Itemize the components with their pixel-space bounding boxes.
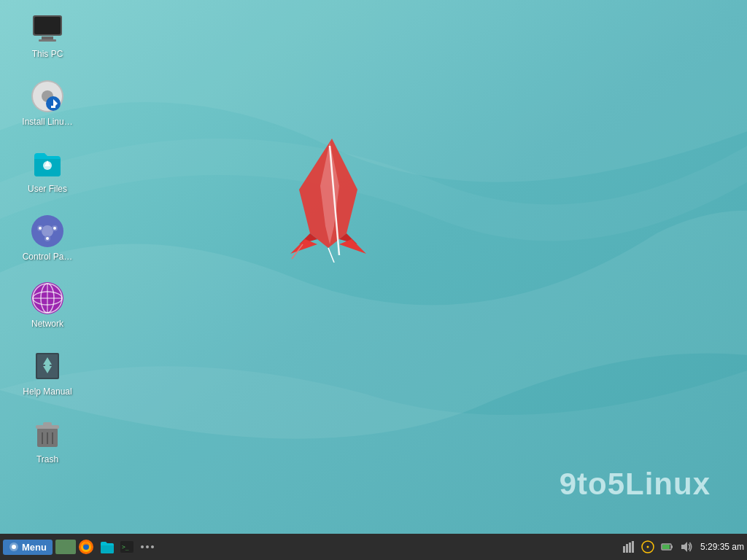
svg-rect-66 xyxy=(662,545,670,549)
svg-rect-11 xyxy=(34,17,61,34)
brand-text: 9to5Linux xyxy=(560,467,711,502)
user-files-icon-img xyxy=(30,146,65,181)
svg-rect-12 xyxy=(42,36,53,39)
trash-icon-img xyxy=(30,416,65,451)
svg-point-63 xyxy=(646,546,649,548)
control-panel-icon-img xyxy=(30,214,65,249)
user-files-label: User Files xyxy=(28,184,67,195)
taskbar-firefox-icon[interactable] xyxy=(77,538,95,556)
svg-point-56 xyxy=(146,545,149,548)
install-linux-icon-img xyxy=(30,79,65,114)
svg-text:>_: >_ xyxy=(122,544,129,551)
trash-icon[interactable]: Trash xyxy=(15,413,80,470)
menu-label: Menu xyxy=(22,542,47,553)
svg-point-57 xyxy=(151,545,154,548)
install-linux-label: Install Linu… xyxy=(22,117,72,128)
svg-point-23 xyxy=(42,225,53,237)
control-panel-label: Control Pa… xyxy=(23,252,73,263)
svg-point-28 xyxy=(53,227,56,230)
this-pc-icon[interactable]: This PC xyxy=(15,7,80,64)
svg-marker-7 xyxy=(339,239,366,254)
svg-marker-67 xyxy=(681,542,687,552)
svg-line-8 xyxy=(328,248,336,262)
svg-rect-60 xyxy=(629,542,631,553)
this-pc-label: This PC xyxy=(32,49,63,61)
taskbar-system-tray: 5:29:35 am xyxy=(622,540,744,554)
svg-rect-58 xyxy=(623,546,625,553)
taskbar: Menu >_ xyxy=(0,534,747,560)
svg-rect-65 xyxy=(671,545,673,548)
desktop-icons: This PC Install Linu… xyxy=(15,7,80,469)
control-panel-icon[interactable]: Control Pa… xyxy=(15,210,80,267)
svg-point-29 xyxy=(46,237,49,240)
this-pc-icon-img xyxy=(30,11,65,46)
svg-rect-41 xyxy=(45,363,50,368)
taskbar-active-window[interactable] xyxy=(55,540,76,554)
network-icon[interactable]: Network xyxy=(15,277,80,334)
svg-point-55 xyxy=(141,545,144,548)
taskbar-network-indicator[interactable] xyxy=(622,540,636,554)
help-manual-label: Help Manual xyxy=(23,386,71,398)
menu-icon xyxy=(9,542,19,552)
taskbar-volume-icon[interactable] xyxy=(678,540,693,554)
user-files-icon[interactable]: User Files xyxy=(15,142,80,199)
help-manual-icon-img xyxy=(30,349,65,384)
feather-logo xyxy=(277,131,379,265)
desktop: 9to5Linux This PC xyxy=(0,0,747,560)
help-manual-icon[interactable]: Help Manual xyxy=(15,345,80,402)
trash-label: Trash xyxy=(36,454,58,466)
svg-rect-19 xyxy=(51,106,55,108)
svg-rect-59 xyxy=(626,544,628,553)
taskbar-power-icon[interactable] xyxy=(659,540,674,554)
taskbar-files-icon[interactable] xyxy=(98,538,115,556)
svg-rect-13 xyxy=(39,39,56,42)
taskbar-terminal-icon[interactable]: >_ xyxy=(118,538,136,556)
install-linux-icon[interactable]: Install Linu… xyxy=(15,75,80,132)
svg-rect-44 xyxy=(43,422,52,426)
svg-marker-6 xyxy=(290,239,317,254)
svg-rect-61 xyxy=(632,541,634,553)
network-label: Network xyxy=(31,319,63,330)
taskbar-clock-icon[interactable] xyxy=(640,540,655,554)
taskbar-more-icon[interactable] xyxy=(139,538,156,556)
menu-button[interactable]: Menu xyxy=(3,540,53,555)
taskbar-time: 5:29:35 am xyxy=(700,542,744,552)
svg-point-27 xyxy=(39,227,42,230)
svg-point-49 xyxy=(12,545,16,549)
network-icon-img xyxy=(30,281,65,316)
